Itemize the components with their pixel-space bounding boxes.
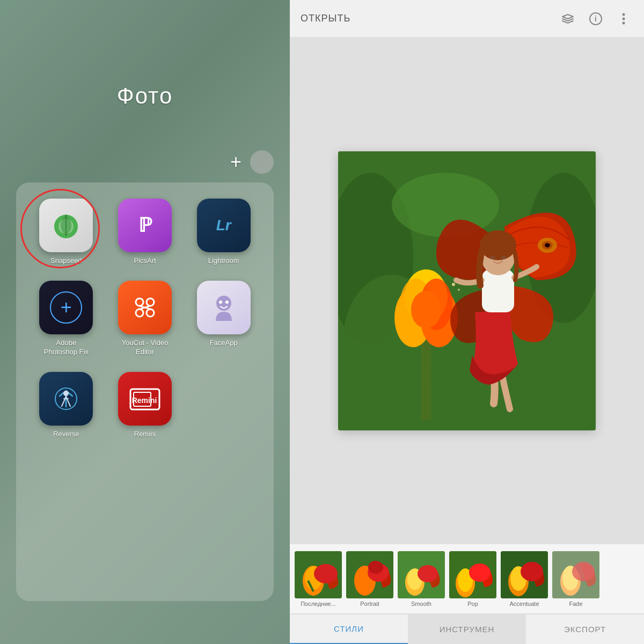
thumb-label-latest: Последние... [301,601,336,607]
thumbnail-fade[interactable]: Fade [552,551,600,607]
thumb-image-accentuate [501,551,548,598]
faceapp-icon [197,281,251,334]
svg-point-61 [469,564,491,582]
app-item-reverse[interactable]: Reverse [32,372,100,439]
thumbnails-strip: Последние... Portrait [290,544,644,614]
add-button[interactable]: + [230,151,241,173]
remini-icon-svg: Remini [126,383,164,415]
youcut-icon [118,281,172,334]
svg-point-22 [623,21,625,24]
right-panel: ОТКРЫТЬ i [290,0,644,644]
reverse-icon [39,372,93,426]
svg-point-5 [147,298,154,306]
photo-frame [338,151,596,430]
svg-point-11 [219,301,222,304]
app-item-picsart[interactable]: ℙ PicsArt [111,199,179,266]
svg-point-38 [545,243,550,247]
snapseed-icon [39,199,93,252]
thumb-image-portrait [346,551,393,598]
remini-label: Remini [134,430,156,439]
info-icon[interactable]: i [586,9,605,28]
tab-styli[interactable]: СТИЛИ [290,614,408,644]
faceapp-label: FaceApp [210,339,238,348]
svg-point-14 [63,391,69,396]
thumbnail-portrait[interactable]: Portrait [346,551,394,607]
svg-point-65 [521,562,543,581]
faceapp-icon-svg [208,291,240,324]
tab-instruments[interactable]: ИНСТРУМЕН [408,614,526,644]
thumbnail-smooth[interactable]: Smooth [397,551,445,607]
layers-icon[interactable] [558,9,577,28]
svg-point-4 [136,298,143,306]
top-controls: + [230,150,274,174]
svg-point-45 [458,289,460,291]
svg-point-43 [501,256,506,259]
svg-point-6 [136,309,143,317]
picsart-label: PicsArt [134,257,156,266]
thumb-image-latest [295,551,342,598]
svg-point-49 [314,564,338,583]
reverse-icon-svg [50,383,82,415]
svg-point-21 [623,17,625,20]
left-panel: Фото + Snapseed [0,0,290,644]
youcut-label: YouCut - VideoEditor [122,339,169,357]
svg-point-20 [623,13,625,16]
app-item-snapseed[interactable]: Snapseed [32,199,100,266]
remini-icon: Remini [118,372,172,426]
app-grid-container: Snapseed ℙ PicsArt Lr Lightroom [16,182,274,601]
more-icon[interactable] [614,9,633,28]
thumb-label-smooth: Smooth [411,601,431,607]
svg-point-42 [490,256,495,259]
youcut-icon-svg [129,291,161,324]
ps-fix-label: AdobePhotoshop Fix [44,339,89,357]
snapseed-leaf-svg [50,209,82,241]
image-area [290,38,644,544]
app-item-lightroom[interactable]: Lr Lightroom [189,199,258,266]
thumbnail-pop[interactable]: Pop [449,551,497,607]
snapseed-label: Snapseed [50,257,82,266]
app-item-remini[interactable]: Remini Remini [111,372,179,439]
thumb-image-smooth [398,551,445,598]
ps-plus-circle: + [50,291,82,324]
thumbnail-accentuate[interactable]: Accentuate [500,551,548,607]
reverse-label: Reverse [53,430,79,439]
svg-point-35 [411,291,441,328]
app-item-faceapp[interactable]: FaceApp [189,281,258,357]
thumb-label-accentuate: Accentuate [509,601,539,607]
app-grid: Snapseed ℙ PicsArt Lr Lightroom [27,193,263,444]
photo-title: Фото [0,83,290,109]
svg-text:Remini: Remini [132,396,157,405]
thumb-label-fade: Fade [569,601,582,607]
fairy-scene-svg [338,151,596,430]
tab-instruments-label: ИНСТРУМЕН [440,625,495,634]
svg-rect-39 [482,269,514,312]
svg-point-69 [572,562,595,581]
thumb-image-pop [449,551,496,598]
right-header: ОТКРЫТЬ i [290,0,644,38]
circle-button[interactable] [250,150,274,174]
bottom-tabs: СТИЛИ ИНСТРУМЕН ЭКСПОРТ [290,614,644,644]
svg-point-7 [147,309,154,317]
app-item-ps-fix[interactable]: + AdobePhotoshop Fix [32,281,100,357]
svg-text:ℙ: ℙ [138,214,152,236]
tab-export[interactable]: ЭКСПОРТ [526,614,644,644]
picsart-icon: ℙ [118,199,172,252]
picsart-icon-svg: ℙ [129,209,161,241]
svg-point-57 [418,565,438,582]
svg-point-53 [368,561,383,574]
thumbnail-latest[interactable]: Последние... [294,551,342,607]
svg-point-44 [452,283,455,286]
svg-point-12 [225,301,229,304]
lightroom-icon: Lr [197,199,251,252]
header-icons: i [558,9,633,28]
svg-point-41 [480,230,516,260]
header-title: ОТКРЫТЬ [301,13,558,24]
app-item-youcut[interactable]: YouCut - VideoEditor [111,281,179,357]
thumb-label-portrait: Portrait [360,601,379,607]
thumb-image-fade [552,551,599,598]
tab-styli-label: СТИЛИ [334,624,364,633]
lightroom-text: Lr [216,217,231,234]
tab-export-label: ЭКСПОРТ [564,625,606,634]
svg-text:i: i [595,14,597,23]
ps-fix-icon: + [39,281,93,334]
